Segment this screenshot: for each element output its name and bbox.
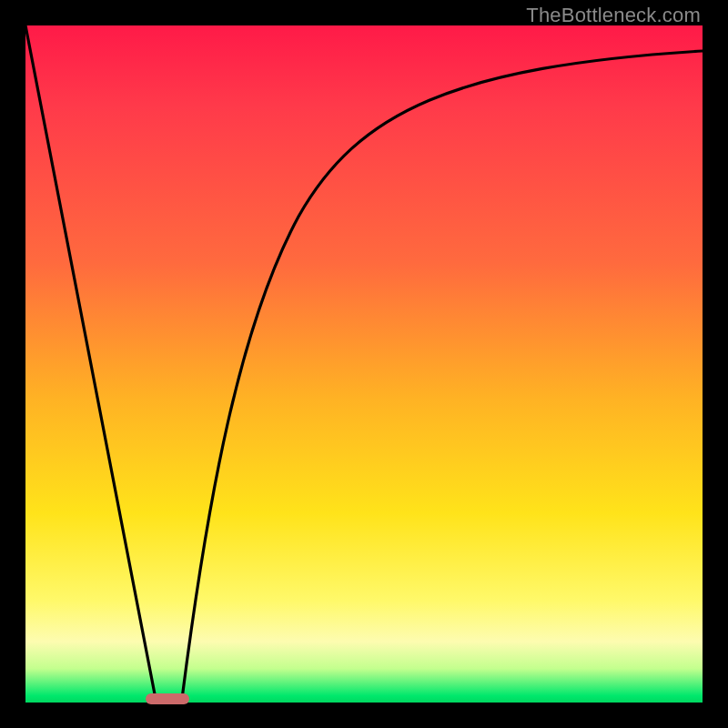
bottleneck-curve — [25, 25, 703, 703]
plot-area — [25, 25, 703, 703]
curve-left-segment — [25, 25, 156, 699]
chart-frame: TheBottleneck.com — [0, 0, 728, 728]
bottleneck-marker — [146, 693, 189, 704]
watermark-text: TheBottleneck.com — [526, 4, 701, 27]
curve-right-segment — [182, 51, 703, 699]
